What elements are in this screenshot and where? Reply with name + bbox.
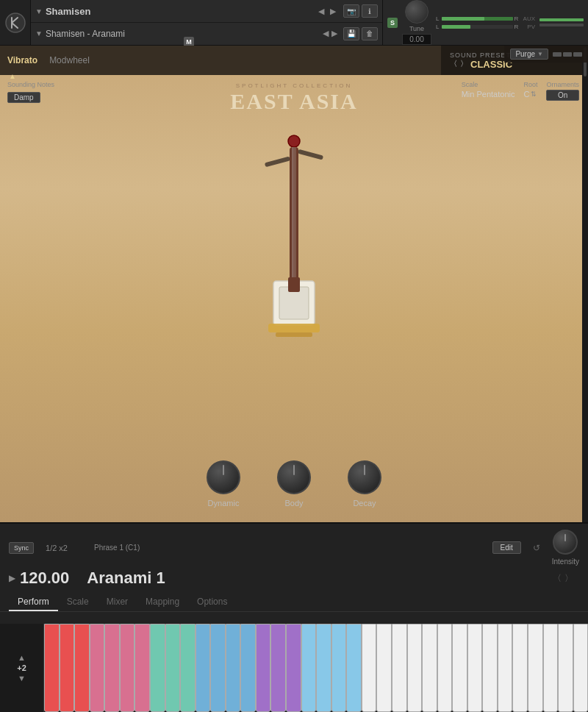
preset-dropdown-arrow[interactable]: ▼	[35, 29, 43, 38]
instrument-dropdown-arrow[interactable]: ▼	[35, 7, 43, 15]
sounding-notes-area: Sounding Notes Damp	[7, 81, 54, 103]
key-c3[interactable]	[256, 624, 271, 712]
key-e4[interactable]	[392, 624, 407, 712]
preset-next-arrow[interactable]: 〉	[460, 59, 467, 69]
purge-button[interactable]: Purge ▼	[510, 49, 548, 60]
key-c2[interactable]	[150, 624, 165, 712]
key-d1[interactable]	[60, 624, 75, 712]
key-b5[interactable]	[558, 624, 573, 712]
ornaments-button[interactable]: On	[546, 90, 579, 101]
intensity-knob[interactable]	[553, 530, 578, 555]
key-a4[interactable]	[437, 624, 453, 712]
left-level-bar	[442, 17, 513, 21]
edit-button[interactable]: Edit	[492, 541, 521, 554]
mini-bars-group	[539, 18, 584, 26]
key-a1[interactable]	[120, 624, 135, 712]
l-label2: L	[436, 24, 440, 30]
tab-mapping[interactable]: Mapping	[137, 594, 188, 611]
key-a2[interactable]	[226, 624, 241, 712]
octave-down-button[interactable]: ▼	[16, 672, 27, 684]
decay-knob[interactable]	[348, 460, 381, 494]
key-g4[interactable]	[422, 624, 437, 712]
octave-up-button[interactable]: ▲	[16, 652, 27, 663]
key-g5[interactable]	[528, 624, 543, 712]
level-meter: L R L R	[436, 15, 519, 30]
ornaments-label: Ornaments	[546, 81, 579, 88]
tab-options[interactable]: Options	[188, 594, 236, 611]
key-g3[interactable]	[316, 624, 331, 712]
key-d2[interactable]	[165, 624, 181, 712]
key-f4[interactable]	[407, 624, 423, 712]
damp-button[interactable]: Damp	[7, 92, 40, 103]
key-b1[interactable]	[135, 624, 150, 712]
tempo-row: ▶ 120.00 Aranami 1 〈 〉	[0, 569, 588, 591]
tune-knob[interactable]	[405, 0, 429, 24]
scale-area: Scale Min Pentatonic Root C ⇅ Ornaments …	[462, 81, 579, 101]
key-f3[interactable]	[301, 624, 317, 712]
photo-button[interactable]: 📷	[343, 4, 359, 18]
nav-prev-icon[interactable]: ◀	[318, 7, 324, 16]
key-b3[interactable]	[346, 624, 362, 712]
reload-icon[interactable]: ↺	[533, 543, 540, 553]
key-d3[interactable]	[270, 624, 286, 712]
mini-bar-1	[539, 18, 584, 21]
main-scrollbar[interactable]	[582, 46, 588, 522]
tab-mixer[interactable]: Mixer	[98, 594, 137, 611]
key-b2[interactable]	[240, 624, 256, 712]
body-knob[interactable]	[277, 460, 311, 494]
key-d5[interactable]	[482, 624, 498, 712]
key-c4[interactable]	[362, 624, 377, 712]
phrase-prev-icon[interactable]: 〈	[553, 572, 562, 585]
sync-button[interactable]: Sync	[9, 542, 34, 554]
key-e2[interactable]	[180, 624, 196, 712]
root-arrows[interactable]: ⇅	[531, 90, 537, 98]
key-c1[interactable]	[44, 624, 60, 712]
phrase-name: Aranami 1	[87, 569, 553, 588]
s-button[interactable]: S	[387, 18, 398, 28]
root-select-area[interactable]: C ⇅	[523, 90, 537, 99]
play-button-icon[interactable]: ▶	[9, 573, 15, 583]
kontakt-logo-icon	[4, 12, 26, 34]
svg-rect-2	[265, 156, 290, 167]
key-f2[interactable]	[196, 624, 211, 712]
piano-keyboard-section: ▲ +2 ▼	[0, 624, 588, 712]
phrase-next-icon[interactable]: 〉	[564, 572, 573, 585]
key-e1[interactable]	[74, 624, 90, 712]
svg-rect-12	[276, 332, 312, 337]
vibrato-button[interactable]: Vibrato	[7, 55, 37, 65]
scale-value: Min Pentatonic	[462, 90, 515, 99]
key-g2[interactable]	[210, 624, 226, 712]
key-a3[interactable]	[331, 624, 347, 712]
dynamic-label: Dynamic	[208, 499, 240, 508]
tab-scale[interactable]: Scale	[58, 594, 98, 611]
save-preset-button[interactable]: 💾	[343, 27, 359, 40]
tune-label: Tune	[409, 25, 424, 32]
key-b4[interactable]	[452, 624, 467, 712]
key-a5[interactable]	[543, 624, 559, 712]
svg-point-1	[288, 135, 300, 147]
key-c6[interactable]	[573, 624, 588, 712]
dynamic-knob-group: Dynamic	[207, 460, 240, 508]
piano-keys-area[interactable]	[44, 624, 588, 712]
dynamic-knob[interactable]	[207, 460, 240, 494]
key-e5[interactable]	[498, 624, 513, 712]
key-f1[interactable]	[90, 624, 105, 712]
shamisen-image	[243, 119, 345, 369]
tempo-info: 1/2 x2	[46, 544, 68, 552]
info-button[interactable]: ℹ	[362, 4, 378, 18]
key-f5[interactable]	[512, 624, 528, 712]
preset-nav-next[interactable]: ▶	[331, 29, 337, 38]
phrase-nav[interactable]: 〈 〉	[553, 572, 573, 585]
nav-next-icon[interactable]: ▶	[330, 7, 336, 16]
east-asia-title-text: EAST ASIA	[230, 89, 357, 114]
preset-prev-arrow[interactable]: 〈	[450, 59, 457, 69]
tab-perform[interactable]: Perform	[9, 594, 58, 611]
right-level-bar	[442, 25, 513, 29]
key-g1[interactable]	[104, 624, 120, 712]
preset-nav-prev[interactable]: ◀	[323, 29, 329, 38]
key-e3[interactable]	[286, 624, 301, 712]
modwheel-button[interactable]: Modwheel	[49, 55, 90, 65]
key-c5[interactable]	[467, 624, 483, 712]
delete-preset-button[interactable]: 🗑	[362, 27, 378, 40]
key-d4[interactable]	[376, 624, 392, 712]
